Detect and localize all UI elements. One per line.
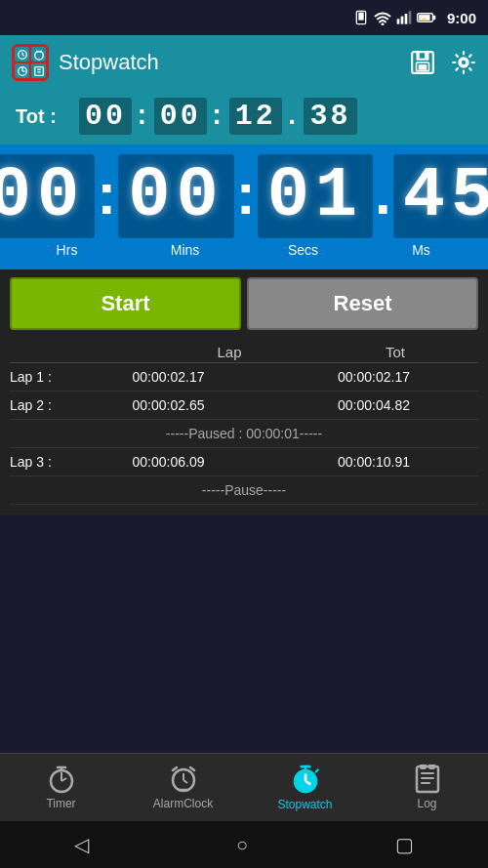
tot-label: Tot : — [16, 105, 69, 128]
alarmclock-nav-label: AlarmClock — [153, 797, 213, 810]
main-display: 00 : 00 : 01 . 45 Hrs Mins Secs Ms — [0, 145, 488, 269]
header-left: Stopwatch — [12, 44, 159, 81]
lap-2-time: 00:00:02.65 — [88, 397, 249, 413]
nav-item-log[interactable]: Log — [366, 759, 488, 816]
lap-header-row: Lap Tot — [10, 338, 478, 363]
timer-nav-icon — [47, 765, 76, 794]
svg-rect-3 — [397, 19, 400, 23]
wifi-icon — [374, 10, 391, 25]
system-nav: ◁ ○ ▢ — [0, 821, 488, 868]
svg-line-38 — [173, 767, 177, 770]
sep-1: : — [97, 160, 116, 233]
svg-rect-20 — [34, 66, 43, 75]
ms-group: 45 — [393, 154, 488, 238]
time-labels-row: Hrs Mins Secs Ms — [8, 238, 480, 262]
buttons-row: Start Reset — [0, 269, 488, 338]
svg-line-39 — [190, 767, 194, 770]
nav-item-timer[interactable]: Timer — [0, 759, 122, 816]
back-button[interactable]: ◁ — [74, 833, 89, 856]
status-time: 9:00 — [447, 10, 476, 26]
lap-3-name: Lap 3 : — [10, 454, 88, 470]
app-icon — [12, 44, 49, 81]
svg-rect-5 — [405, 14, 408, 24]
svg-rect-6 — [409, 11, 412, 23]
settings-icon[interactable] — [451, 50, 476, 75]
svg-text:⚡: ⚡ — [421, 16, 428, 23]
signal-icon — [396, 10, 412, 25]
recents-button[interactable]: ▢ — [395, 833, 414, 856]
icon-cell-4 — [31, 63, 46, 78]
svg-rect-26 — [419, 64, 427, 69]
lap-2-total: 00:00:04.82 — [249, 397, 410, 413]
display-ms: 45 — [393, 154, 488, 238]
lap-area: Lap Tot Lap 1 : 00:00:02.17 00:00:02.17 … — [0, 338, 488, 515]
label-mins: Mins — [126, 242, 244, 258]
svg-point-2 — [381, 22, 384, 25]
pause-row-2: -----Pause----- — [10, 476, 478, 505]
save-icon[interactable] — [410, 50, 435, 75]
sep-2: : — [236, 160, 256, 233]
svg-rect-9 — [432, 16, 435, 20]
reset-button[interactable]: Reset — [247, 277, 478, 330]
tot-ms: 38 — [304, 98, 356, 135]
svg-rect-1 — [358, 13, 363, 21]
display-mins: 00 — [118, 154, 233, 238]
svg-point-29 — [460, 59, 468, 67]
stopwatch-nav-icon — [290, 764, 321, 795]
header-title: Stopwatch — [59, 50, 159, 75]
phone-icon — [353, 10, 369, 25]
lap-1-time: 00:00:02.17 — [88, 369, 249, 385]
tot-display: 00 : 00 : 12 . 38 — [79, 98, 357, 135]
table-row: Lap 1 : 00:00:02.17 00:00:02.17 — [10, 363, 478, 392]
lap-3-total: 00:00:10.91 — [249, 454, 410, 470]
tot-col-header: Tot — [312, 344, 478, 360]
lap-3-time: 00:00:06.09 — [88, 454, 249, 470]
display-secs: 01 — [258, 154, 373, 238]
alarmclock-nav-icon — [169, 765, 198, 794]
nav-item-alarmclock[interactable]: AlarmClock — [122, 759, 244, 816]
table-row: Lap 3 : 00:00:06.09 00:00:10.91 — [10, 448, 478, 476]
start-button[interactable]: Start — [10, 277, 241, 330]
label-ms: Ms — [362, 242, 480, 258]
icon-cell-1 — [15, 47, 29, 62]
timer-nav-label: Timer — [46, 797, 75, 810]
lap-1-name: Lap 1 : — [10, 369, 88, 385]
label-hrs: Hrs — [8, 242, 126, 258]
hours-group: 00 — [0, 154, 95, 238]
svg-rect-27 — [420, 53, 425, 58]
pause-row-1: -----Paused : 00:00:01----- — [10, 420, 478, 448]
svg-line-37 — [183, 780, 187, 783]
bottom-nav: Timer AlarmClock Stopwatch — [0, 753, 488, 821]
log-nav-label: Log — [417, 797, 436, 810]
tot-bar: Tot : 00 : 00 : 12 . 38 — [0, 90, 488, 145]
header-right — [410, 50, 476, 75]
home-button[interactable]: ○ — [236, 834, 248, 856]
display-hours: 00 — [0, 154, 95, 238]
lap-col-header: Lap — [146, 344, 312, 360]
nav-item-stopwatch[interactable]: Stopwatch — [244, 758, 366, 817]
stopwatch-nav-label: Stopwatch — [277, 798, 332, 811]
svg-point-14 — [34, 51, 43, 60]
svg-line-13 — [22, 55, 24, 56]
mins-group: 00 — [118, 154, 233, 238]
status-icons: ⚡ 9:00 — [353, 10, 476, 26]
app-header: Stopwatch — [0, 35, 488, 90]
tot-hours: 00 — [79, 98, 132, 135]
log-nav-icon — [414, 765, 441, 794]
svg-rect-4 — [401, 17, 404, 24]
lap-1-total: 00:00:02.17 — [249, 369, 410, 385]
status-bar: ⚡ 9:00 — [0, 0, 488, 35]
secs-group: 01 — [258, 154, 373, 238]
tot-mins: 00 — [154, 98, 207, 135]
label-secs: Secs — [244, 242, 362, 258]
tot-secs: 12 — [229, 98, 282, 135]
svg-line-46 — [315, 769, 317, 771]
digits-row: 00 : 00 : 01 . 45 — [8, 154, 480, 238]
table-row: Lap 2 : 00:00:02.65 00:00:04.82 — [10, 392, 478, 420]
battery-icon: ⚡ — [417, 11, 436, 24]
icon-cell-3 — [15, 63, 29, 78]
dot-sep: . — [375, 160, 391, 233]
icon-cell-2 — [31, 47, 46, 62]
lap-2-name: Lap 2 : — [10, 397, 88, 413]
